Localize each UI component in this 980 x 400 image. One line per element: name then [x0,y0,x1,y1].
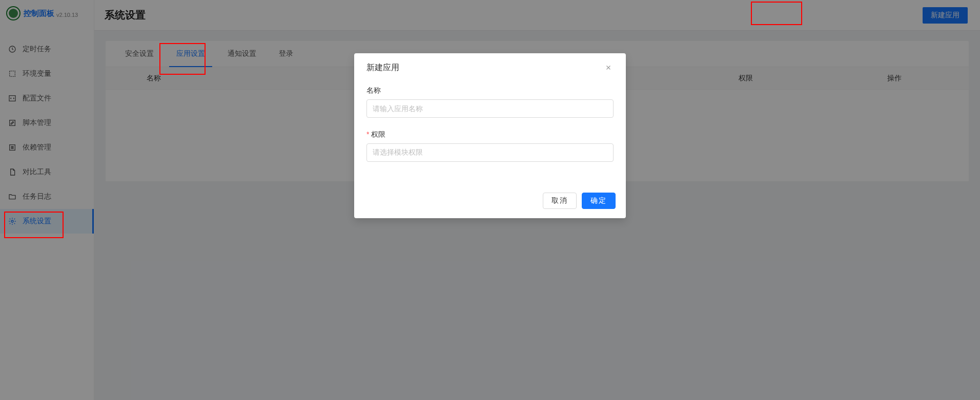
confirm-button[interactable]: 确定 [582,193,616,209]
modal-close-button[interactable] [603,62,614,73]
modal-header: 新建应用 [354,53,626,82]
modal-title: 新建应用 [366,62,399,73]
name-input[interactable] [366,99,614,118]
required-mark: * [366,130,369,138]
perm-select[interactable]: 请选择模块权限 [366,143,614,162]
cancel-button[interactable]: 取消 [543,193,577,209]
modal-body: 名称 *权限 请选择模块权限 [354,82,626,186]
form-item-perm: *权限 请选择模块权限 [366,130,614,162]
name-label: 名称 [366,86,614,95]
modal-new-app: 新建应用 名称 *权限 请选择模块权限 取消 确定 [354,53,626,218]
perm-label: *权限 [366,130,614,139]
close-icon [605,64,612,71]
form-item-name: 名称 [366,86,614,118]
modal-footer: 取消 确定 [354,186,626,218]
